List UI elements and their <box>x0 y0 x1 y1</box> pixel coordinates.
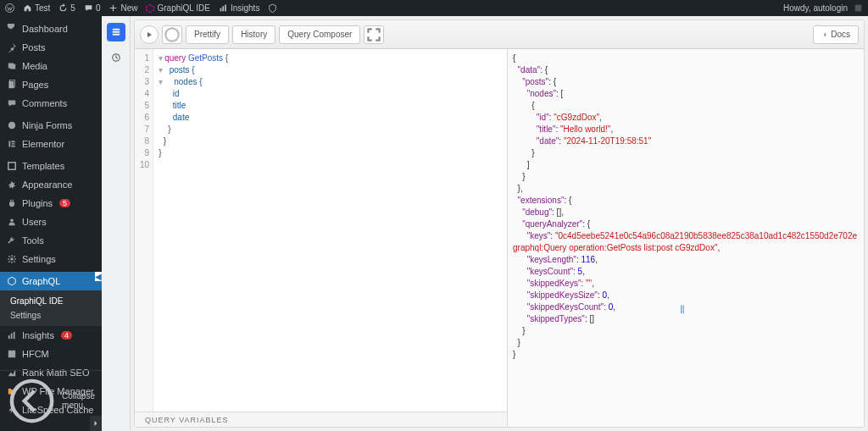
wp-logo-icon[interactable] <box>5 3 14 13</box>
elementor-icon <box>7 139 17 149</box>
sidebar-item-label: Pages <box>22 80 48 90</box>
svg-point-14 <box>8 122 15 129</box>
explorer-tab-icon[interactable] <box>107 23 125 41</box>
sidebar-item-label: Elementor <box>22 139 64 149</box>
sidebar-item-label: Dashboard <box>22 24 68 34</box>
svg-rect-24 <box>11 334 13 340</box>
svg-point-21 <box>10 257 14 261</box>
sidebar-item-appearance[interactable]: Appearance <box>0 175 102 194</box>
docs-button[interactable]: Docs <box>813 25 859 44</box>
sidebar-item-graphql[interactable]: GraphQL◀ <box>0 272 102 290</box>
svg-rect-19 <box>8 163 15 169</box>
stop-button[interactable] <box>162 25 182 44</box>
new-link[interactable]: New <box>108 3 137 13</box>
site-name: Test <box>35 3 50 13</box>
sidebar-item-label: Users <box>22 217 47 227</box>
insights-icon <box>7 330 17 340</box>
result-viewer[interactable]: { "data": { "posts": { "nodes": [ { "id"… <box>508 49 864 427</box>
sidebar-item-dashboard[interactable]: Dashboard <box>0 19 102 38</box>
collapse-menu[interactable]: Collapse menu <box>0 370 102 431</box>
svg-point-32 <box>165 28 178 41</box>
svg-rect-18 <box>11 146 14 147</box>
prettify-button[interactable]: Prettify <box>186 25 229 44</box>
insights-link[interactable]: Insights <box>219 3 259 13</box>
sidebar-item-label: Posts <box>22 42 46 52</box>
sidebar-item-label: Templates <box>22 161 64 171</box>
svg-point-3 <box>153 6 154 7</box>
sidebar-item-label: GraphQL <box>22 276 60 286</box>
query-editor[interactable]: 12345678910 ▾query GetPosts { ▾ posts { … <box>135 49 508 427</box>
sidebar-item-settings[interactable]: Settings <box>0 250 102 268</box>
howdy-link[interactable]: Howdy, autologin <box>783 3 863 13</box>
graphiql-toolbar: Prettify History Query Composer Docs <box>135 20 864 49</box>
svg-rect-28 <box>112 29 119 30</box>
shield-icon[interactable] <box>268 3 277 13</box>
hfcm-icon <box>7 349 17 359</box>
admin-bar: Test 5 0 New GraphiQL IDE Insights Howdy… <box>0 0 868 16</box>
sidebar-item-label: Settings <box>22 254 56 264</box>
svg-rect-17 <box>11 143 14 144</box>
sidebar-item-users[interactable]: Users <box>0 213 102 231</box>
main-content: Prettify History Query Composer Docs 123… <box>102 16 868 431</box>
sidebar-item-ninja-forms[interactable]: Ninja Forms <box>0 116 102 135</box>
pages-icon <box>7 80 17 90</box>
sidebar-item-label: Comments <box>22 98 67 108</box>
svg-marker-22 <box>8 277 15 285</box>
sidebar-item-elementor[interactable]: Elementor <box>0 135 102 153</box>
home-link[interactable]: Test <box>23 3 50 13</box>
svg-rect-26 <box>8 351 15 357</box>
execute-button[interactable] <box>140 25 159 44</box>
graphql-icon <box>7 276 17 286</box>
query-variables-toggle[interactable]: QUERY VARIABLES <box>135 412 507 427</box>
sidebar-item-label: Ninja Forms <box>22 120 72 130</box>
badge: 5 <box>59 199 70 207</box>
history-button[interactable]: History <box>232 25 275 44</box>
sidebar-item-hfcm[interactable]: HFCM <box>0 345 102 363</box>
tools-icon <box>7 235 17 246</box>
sidebar-item-pages[interactable]: Pages <box>0 75 102 94</box>
appearance-icon <box>7 180 17 190</box>
svg-rect-16 <box>11 141 14 142</box>
users-icon <box>7 217 17 227</box>
sidebar-item-label: Tools <box>22 235 44 246</box>
expand-arrow-icon[interactable] <box>90 416 102 431</box>
graphiql-side-tabs <box>102 16 131 431</box>
sidebar-item-templates[interactable]: Templates <box>0 157 102 175</box>
sidebar-item-posts[interactable]: Posts <box>0 38 102 57</box>
svg-rect-10 <box>225 5 226 12</box>
svg-point-6 <box>146 9 147 10</box>
svg-point-7 <box>146 6 147 7</box>
svg-rect-25 <box>14 332 15 339</box>
svg-point-27 <box>12 381 52 421</box>
svg-rect-8 <box>220 8 222 12</box>
sidebar-item-plugins[interactable]: Plugins5 <box>0 194 102 213</box>
graphiql-link[interactable]: GraphiQL IDE <box>146 3 209 13</box>
ninja-icon <box>7 120 17 130</box>
templates-icon <box>7 161 17 171</box>
svg-point-4 <box>153 9 154 10</box>
svg-marker-1 <box>147 4 154 12</box>
sidebar-item-insights[interactable]: Insights4 <box>0 326 102 345</box>
pin-icon <box>7 42 17 52</box>
sidebar-sub-graphiql-ide[interactable]: GraphiQL IDE <box>0 294 102 308</box>
svg-rect-11 <box>855 5 862 12</box>
comments-link[interactable]: 0 <box>84 3 101 13</box>
sidebar-item-label: Plugins <box>22 198 53 208</box>
query-composer-button[interactable]: Query Composer <box>279 25 360 44</box>
media-icon <box>7 61 17 71</box>
plugins-icon <box>7 198 17 208</box>
svg-rect-15 <box>8 141 10 146</box>
svg-rect-9 <box>222 6 224 11</box>
badge: 4 <box>61 331 72 340</box>
dashboard-icon <box>7 24 17 34</box>
sidebar-item-comments[interactable]: Comments <box>0 94 102 113</box>
sidebar-item-label: Appearance <box>22 180 72 190</box>
sidebar-item-tools[interactable]: Tools <box>0 231 102 250</box>
updates-link[interactable]: 5 <box>58 3 75 13</box>
admin-sidebar: DashboardPostsMediaPagesCommentsNinja Fo… <box>0 16 102 431</box>
sidebar-sub-settings[interactable]: Settings <box>0 308 102 323</box>
fullscreen-button[interactable] <box>364 25 384 44</box>
history-tab-icon[interactable] <box>107 48 125 67</box>
sidebar-item-media[interactable]: Media <box>0 57 102 75</box>
svg-rect-30 <box>112 34 119 36</box>
